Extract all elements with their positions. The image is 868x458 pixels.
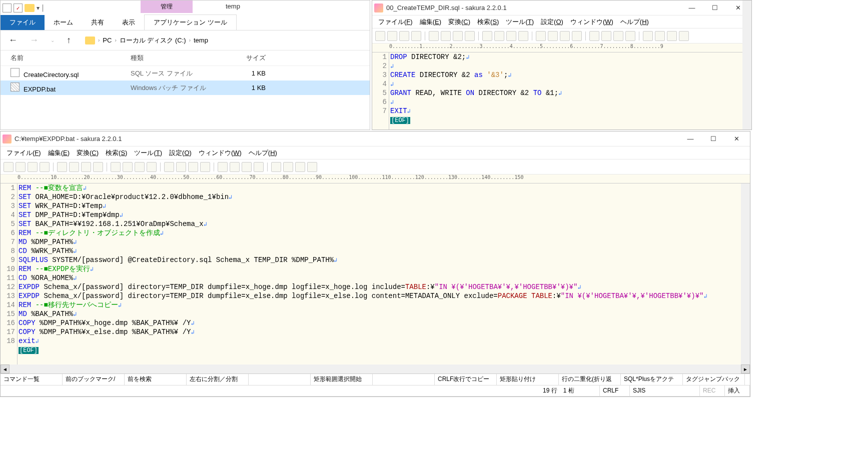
code-line[interactable]: MD %DMP_PATH%↲ (19, 238, 750, 246)
toolbar-button[interactable] (147, 162, 157, 172)
scroll-right-icon[interactable]: ► (741, 364, 750, 374)
menu-item[interactable]: ウィンドウ(W) (196, 148, 245, 158)
toolbar-button[interactable] (601, 31, 611, 41)
menu-item[interactable]: 設定(O) (166, 148, 195, 158)
status-cell[interactable]: 左右に分割／分割 (187, 374, 249, 385)
nav-dropdown-icon[interactable]: ⌄ (47, 36, 59, 45)
code-line[interactable]: CD %ORA_HOME%↲ (19, 274, 750, 282)
scroll-left-icon[interactable]: ◄ (1, 364, 10, 374)
editor-body[interactable]: 123456789101112131415161718 REM --■変数を宣言… (1, 184, 750, 364)
code-line[interactable]: SET WRK_PATH=D:¥Temp↲ (19, 202, 750, 210)
code-line[interactable]: REM --■変数を宣言↲ (19, 184, 750, 192)
code-line[interactable]: CREATE DIRECTORY &2 as '&3';↲ (390, 70, 751, 80)
minimize-button[interactable]: — (679, 132, 702, 146)
toolbar-button[interactable] (135, 162, 145, 172)
toolbar-button[interactable] (28, 162, 38, 172)
toolbar-button[interactable] (643, 31, 653, 41)
menu-item[interactable]: 変換(C) (445, 16, 473, 28)
vertical-scrollbar[interactable] (742, 52, 751, 130)
toolbar-button[interactable] (4, 162, 14, 172)
toolbar-button[interactable] (625, 31, 635, 41)
toolbar-button[interactable] (188, 162, 198, 172)
menu-item[interactable]: 変換(C) (74, 148, 102, 158)
toolbar-button[interactable] (548, 31, 558, 41)
toolbar-button[interactable] (465, 31, 475, 41)
breadcrumb[interactable]: › PC › ローカル ディスク (C:) › temp (85, 36, 208, 45)
code-line[interactable]: COPY %DMP_PATH%¥x_else.dmp %BAK_PATH%¥ /… (19, 328, 750, 336)
toolbar-button[interactable] (572, 31, 582, 41)
horizontal-scrollbar[interactable]: ◄ ► (1, 364, 750, 374)
status-cell[interactable]: SQL*Plusをアクテ (621, 374, 683, 385)
toolbar-button[interactable] (506, 31, 516, 41)
nav-forward-icon[interactable]: → (26, 33, 43, 48)
status-cell[interactable]: コマンド一覧 (1, 374, 63, 385)
toolbar-button[interactable] (40, 162, 50, 172)
toolbar-button[interactable] (218, 162, 228, 172)
code-line[interactable]: GRANT READ, WRITE ON DIRECTORY &2 TO &1;… (390, 88, 751, 98)
status-cell[interactable]: CRLF改行でコピー (435, 374, 497, 385)
code-line[interactable]: EXIT↲ (390, 106, 751, 116)
nav-back-icon[interactable]: ← (5, 33, 22, 48)
toolbar-button[interactable] (254, 162, 264, 172)
col-size[interactable]: サイズ (216, 54, 266, 62)
menu-item[interactable]: 編集(E) (45, 148, 73, 158)
titlebar[interactable]: 00_CreateTEMP_DIR.sql - sakura 2.2.0.1 —… (372, 0, 751, 16)
toolbar-button[interactable] (283, 162, 293, 172)
status-cell[interactable]: タグジャンプバック (683, 374, 745, 385)
toolbar-button[interactable] (111, 162, 121, 172)
toolbar-button[interactable] (518, 31, 528, 41)
menu-item[interactable]: ヘルプ(H) (617, 16, 652, 28)
chevron-right-icon[interactable]: › (189, 38, 191, 43)
code-line[interactable]: DROP DIRECTORY &2;↲ (390, 52, 751, 62)
bc-folder[interactable]: temp (194, 36, 208, 44)
toolbar-button[interactable] (613, 31, 623, 41)
code-line[interactable]: SET ORA_HOME=D:¥Oracle¥product¥12.2.0¥db… (19, 192, 750, 202)
code-line[interactable]: ↲ (390, 62, 751, 70)
menu-item[interactable]: ヘルプ(H) (246, 148, 280, 158)
toolbar-button[interactable] (271, 162, 281, 172)
toolbar-button[interactable] (387, 31, 397, 41)
toolbar-button[interactable] (429, 31, 439, 41)
toolbar-button[interactable] (679, 31, 689, 41)
toolbar-button[interactable] (307, 162, 317, 172)
bc-drive[interactable]: ローカル ディスク (C:) (120, 36, 186, 45)
toolbar-button[interactable] (57, 162, 67, 172)
code-line[interactable]: COPY %DMP_PATH%¥x_hoge.dmp %BAK_PATH%¥ /… (19, 318, 750, 328)
status-cell[interactable] (373, 374, 435, 385)
editor-body[interactable]: 1234567 DROP DIRECTORY &2;↲↲CREATE DIREC… (372, 52, 751, 130)
toolbar-button[interactable] (482, 31, 492, 41)
bc-pc[interactable]: PC (103, 36, 112, 44)
code-line[interactable]: SET DMP_PATH=D:¥Temp¥dmp↲ (19, 210, 750, 220)
nav-up-icon[interactable]: ↑ (63, 33, 75, 48)
status-cell[interactable]: 行の二重化(折り返 (559, 374, 621, 385)
titlebar[interactable]: C:¥temp¥EXPDP.bat - sakura 2.2.0.1 — ☐ ✕ (1, 132, 750, 146)
file-row[interactable]: EXPDP.batWindows バッチ ファイル1 KB (1, 80, 370, 95)
code-line[interactable]: ↲ (390, 80, 751, 88)
code-line[interactable]: REM --■EXPDPを実行↲ (19, 264, 750, 274)
file-row[interactable]: CreateCirectory.sqlSQL ソース ファイル1 KB (1, 66, 370, 80)
code-line[interactable]: REM --■移行先サーバへコピー↲ (19, 300, 750, 310)
code-line[interactable]: MD %BAK_PATH%↲ (19, 310, 750, 318)
menu-item[interactable]: ツール(T) (131, 148, 165, 158)
status-cell[interactable]: 矩形貼り付け (497, 374, 559, 385)
toolbar-button[interactable] (494, 31, 504, 41)
code-line[interactable]: ↲ (390, 98, 751, 106)
code-area[interactable]: DROP DIRECTORY &2;↲↲CREATE DIRECTORY &2 … (389, 52, 751, 130)
toolbar-button[interactable] (411, 31, 421, 41)
menu-item[interactable]: ウィンドウ(W) (567, 16, 616, 28)
menu-item[interactable]: ファイル(F) (4, 148, 44, 158)
tab-home[interactable]: ホーム (45, 15, 82, 30)
code-line[interactable]: SQLPLUS SYSTEM/[password] @CreateDirecto… (19, 256, 750, 264)
vertical-scrollbar[interactable] (741, 184, 750, 364)
toolbar-button[interactable] (242, 162, 252, 172)
code-line[interactable]: REM --■ディレクトリ・オブジェクトを作成↲ (19, 228, 750, 238)
code-line[interactable]: CD %WRK_PATH%↲ (19, 246, 750, 256)
toolbar-button[interactable] (164, 162, 174, 172)
status-cell[interactable]: 前を検索 (125, 374, 187, 385)
toolbar-button[interactable] (16, 162, 26, 172)
code-line[interactable]: EXPDP Schema_x/[password] directory=TEMP… (19, 292, 750, 300)
toolbar-button[interactable] (655, 31, 665, 41)
toolbar-button[interactable] (81, 162, 91, 172)
toolbar-button[interactable] (453, 31, 463, 41)
menu-item[interactable]: ファイル(F) (375, 16, 416, 28)
